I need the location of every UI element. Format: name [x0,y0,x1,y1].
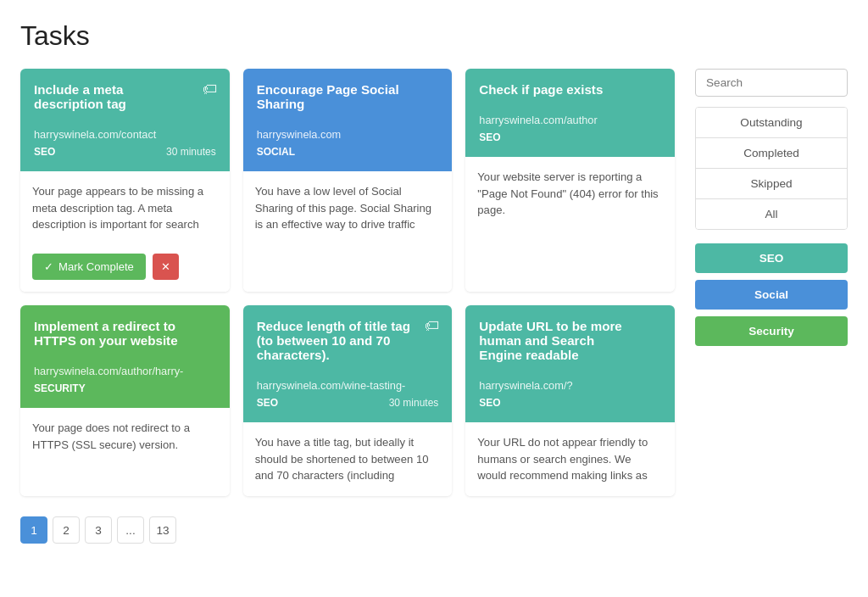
dismiss-button[interactable]: ✕ [153,254,179,280]
card-description: You have a low level of Social Sharing o… [255,183,441,233]
category-buttons: SEOSocialSecurity [695,243,848,353]
filter-skipped[interactable]: Skipped [696,169,847,199]
card-header: Implement a redirect to HTTPS on your we… [20,305,230,408]
card-title: Include a meta description tag [34,82,216,111]
cards-grid: 🏷 Include a meta description tag harrysw… [20,69,675,496]
pagination: 123...13 [20,516,675,544]
card-title: Implement a redirect to HTTPS on your we… [34,319,216,348]
card-card1: 🏷 Include a meta description tag harrysw… [20,69,230,292]
card-card3: Check if page exists harryswinela.com/au… [465,69,675,292]
card-url: harryswinela.com/wine-tasting- [257,379,439,392]
card-url: harryswinela.com/author/harry- [34,365,216,377]
mark-complete-label: Mark Complete [58,260,134,273]
card-body: Your website server is reporting a "Page… [465,157,675,292]
card-description: Your website server is reporting a "Page… [477,169,663,219]
card-category: SEO [479,131,500,143]
search-input[interactable] [695,69,848,97]
card-card5: 🏷 Reduce length of title tag (to between… [243,305,453,496]
card-category: SEO [34,146,55,158]
card-header: Encourage Page Social Sharing harryswine… [243,69,453,171]
check-icon: ✓ [44,260,53,273]
mark-complete-button[interactable]: ✓ Mark Complete [32,254,146,280]
card-url: harryswinela.com/? [479,379,661,392]
card-body: Your URL do not appear friendly to human… [465,422,675,496]
page-title: Tasks [20,20,848,52]
card-category: SECURITY [34,382,86,394]
sidebar: OutstandingCompletedSkippedAll SEOSocial… [695,69,848,544]
category-btn-social[interactable]: Social [695,280,848,310]
card-url: harryswinela.com/contact [34,128,216,141]
card-time: 30 minutes [166,146,216,158]
page-btn-...[interactable]: ... [117,516,144,544]
tag-icon: 🏷 [425,317,440,335]
filter-completed[interactable]: Completed [696,138,847,169]
card-description: You have a title tag, but ideally it sho… [255,434,441,484]
tag-icon: 🏷 [203,81,218,98]
filter-group: OutstandingCompletedSkippedAll [695,107,848,230]
card-body: You have a title tag, but ideally it sho… [243,422,453,496]
category-btn-seo[interactable]: SEO [695,243,848,273]
main-content: 🏷 Include a meta description tag harrysw… [20,69,675,544]
page-btn-13[interactable]: 13 [149,516,176,544]
card-time: 30 minutes [389,397,439,409]
category-btn-security[interactable]: Security [695,316,848,346]
card-title: Encourage Page Social Sharing [257,82,439,111]
x-icon: ✕ [161,260,170,273]
filter-outstanding[interactable]: Outstanding [696,108,847,138]
card-url: harryswinela.com [257,128,439,141]
card-category: SEO [257,397,278,409]
card-category: SEO [479,397,500,409]
card-card2: Encourage Page Social Sharing harryswine… [243,69,453,292]
card-header: 🏷 Reduce length of title tag (to between… [243,305,453,422]
filter-all[interactable]: All [696,199,847,229]
page-btn-1[interactable]: 1 [20,516,47,544]
card-body: You have a low level of Social Sharing o… [243,171,453,292]
card-body: Your page appears to be missing a meta d… [20,171,230,245]
card-header: 🏷 Include a meta description tag harrysw… [20,69,230,171]
card-title: Reduce length of title tag (to between 1… [257,319,439,362]
card-header: Check if page exists harryswinela.com/au… [465,69,675,157]
card-description: Your page does not redirect to a HTTPS (… [32,420,218,453]
card-category: SOCIAL [257,146,295,158]
card-title: Check if page exists [479,82,661,97]
page-btn-2[interactable]: 2 [53,516,80,544]
card-url: harryswinela.com/author [479,114,661,126]
card-description: Your page appears to be missing a meta d… [32,183,218,233]
card-header: Update URL to be more human and Search E… [465,305,675,422]
card-card4: Implement a redirect to HTTPS on your we… [20,305,230,496]
card-description: Your URL do not appear friendly to human… [477,434,663,484]
card-title: Update URL to be more human and Search E… [479,319,661,362]
card-card6: Update URL to be more human and Search E… [465,305,675,496]
card-body: Your page does not redirect to a HTTPS (… [20,408,230,496]
page-btn-3[interactable]: 3 [85,516,112,544]
card-actions: ✓ Mark Complete ✕ [20,245,230,292]
